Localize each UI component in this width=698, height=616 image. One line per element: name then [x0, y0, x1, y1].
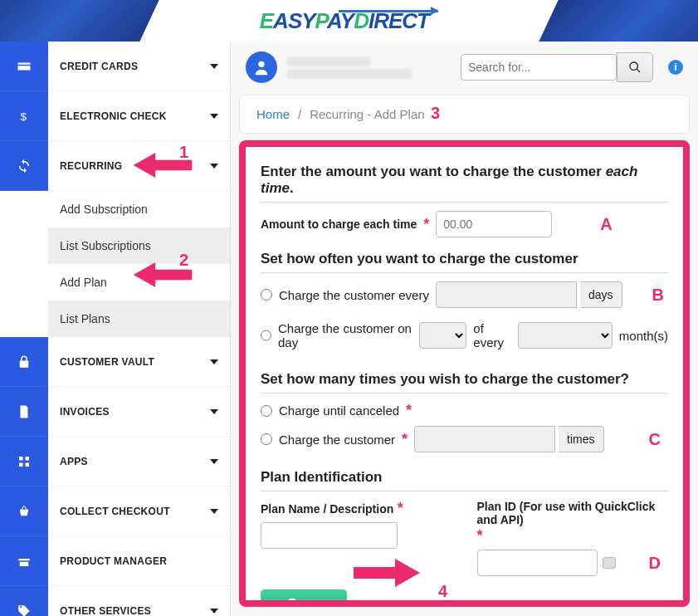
- credit-card-icon[interactable]: [0, 42, 48, 91]
- sidebar-sub-list-plans[interactable]: List Plans: [48, 301, 230, 337]
- topbar: i: [231, 42, 698, 90]
- chevron-down-icon: [210, 509, 218, 514]
- section1-title: Enter the amount you want to charge the …: [261, 164, 668, 197]
- svg-rect-0: [18, 62, 31, 64]
- section3-title: Set how many times you wish to charge th…: [261, 371, 668, 388]
- username-area: [287, 54, 451, 81]
- form-card: Enter the amount you want to charge the …: [239, 140, 690, 607]
- logo: EASYPAYDIRECT: [260, 8, 438, 34]
- chevron-down-icon: [210, 459, 218, 464]
- chevron-down-icon: [210, 409, 218, 414]
- dollar-icon[interactable]: $: [0, 91, 48, 141]
- recurring-icon[interactable]: [0, 141, 48, 191]
- banner-deco-right: [539, 0, 698, 42]
- freq-every-radio[interactable]: [261, 289, 272, 301]
- sidebar-item-recurring[interactable]: RECURRING: [48, 141, 230, 191]
- amount-input[interactable]: [436, 211, 552, 237]
- count-times-input[interactable]: [414, 426, 555, 452]
- basket-icon[interactable]: [0, 486, 48, 536]
- sidebar-item-credit-cards[interactable]: CREDIT CARDS: [48, 42, 230, 91]
- sidebar-sub-list-subscriptions[interactable]: List Subscriptions: [48, 227, 230, 264]
- svg-rect-5: [19, 462, 23, 467]
- freq-day-radio[interactable]: [261, 330, 271, 341]
- svg-point-7: [258, 61, 264, 67]
- logo-arrow-icon: [339, 10, 438, 12]
- product-icon[interactable]: [0, 536, 48, 586]
- days-suffix: days: [580, 281, 622, 308]
- required-icon: *: [477, 527, 483, 544]
- chevron-down-icon: [210, 609, 218, 614]
- chevron-down-icon: [210, 114, 218, 119]
- icon-rail: $: [0, 42, 48, 616]
- breadcrumb-sep: /: [298, 107, 301, 121]
- required-icon: *: [398, 500, 403, 516]
- annotation-c: C: [649, 430, 661, 449]
- plan-name-input[interactable]: [261, 522, 398, 549]
- search-input[interactable]: [461, 54, 617, 81]
- svg-rect-3: [19, 457, 23, 461]
- plan-id-input[interactable]: [477, 550, 598, 576]
- annotation-4: 4: [438, 582, 447, 601]
- save-button[interactable]: Save: [261, 589, 347, 607]
- count-times-radio[interactable]: [261, 433, 272, 445]
- svg-rect-1: [18, 66, 31, 70]
- breadcrumb-current: Recurring - Add Plan: [310, 107, 424, 121]
- invoice-icon[interactable]: [0, 387, 48, 437]
- breadcrumb: Home / Recurring - Add Plan 3: [239, 95, 690, 134]
- times-suffix: times: [559, 426, 603, 452]
- section4-title: Plan Identification: [261, 469, 668, 486]
- svg-rect-4: [26, 457, 30, 461]
- plan-id-label: Plan ID (For use with QuickClick and API…: [477, 500, 669, 526]
- freq-day-label-a: Charge the customer on day: [278, 321, 412, 350]
- freq-day-label-b: of every: [473, 321, 511, 350]
- svg-text:$: $: [21, 110, 27, 122]
- section2-title: Set how often you want to charge the cus…: [261, 251, 668, 267]
- sidebar-item-invoices[interactable]: INVOICES: [48, 387, 230, 437]
- plan-name-label: Plan Name / Description: [261, 502, 393, 516]
- required-icon: *: [423, 216, 429, 233]
- sidebar-item-electronic-check[interactable]: ELECTRONIC CHECK: [48, 91, 230, 141]
- apps-icon[interactable]: [0, 437, 48, 486]
- svg-rect-6: [26, 462, 30, 467]
- sidebar-item-apps[interactable]: APPS: [48, 437, 230, 486]
- freq-every-label: Charge the customer every: [279, 288, 429, 302]
- lock-icon[interactable]: [0, 337, 48, 387]
- breadcrumb-home-link[interactable]: Home: [256, 107, 290, 121]
- count-cancel-label: Charge until canceled: [279, 403, 399, 418]
- search-icon: [628, 61, 642, 74]
- annotation-a: A: [600, 215, 612, 234]
- count-times-label: Charge the customer: [279, 433, 395, 447]
- info-icon[interactable]: i: [668, 60, 683, 75]
- amount-label: Amount to charge each time: [261, 218, 417, 231]
- sidebar-item-other-services[interactable]: OTHER SERVICES: [48, 586, 230, 616]
- freq-day-select[interactable]: [419, 322, 466, 349]
- rail-spacer: [0, 191, 48, 337]
- tag-icon[interactable]: [0, 586, 48, 616]
- top-banner: EASYPAYDIRECT: [0, 0, 698, 42]
- banner-deco-left: [0, 0, 159, 42]
- avatar[interactable]: [246, 51, 277, 83]
- annotation-b: B: [652, 286, 664, 305]
- required-icon: *: [406, 402, 412, 419]
- sidebar: CREDIT CARDS ELECTRONIC CHECK RECURRING …: [48, 42, 231, 616]
- annotation-d: D: [649, 554, 661, 573]
- annotation-3: 3: [431, 104, 440, 123]
- sidebar-item-collect-checkout[interactable]: COLLECT CHECKOUT: [48, 486, 230, 536]
- keyboard-icon: [603, 557, 616, 569]
- search-button[interactable]: [617, 52, 653, 82]
- sidebar-sub-add-subscription[interactable]: Add Subscription: [48, 191, 230, 227]
- chevron-down-icon: [210, 359, 218, 364]
- freq-every-input[interactable]: [436, 281, 577, 308]
- required-icon: *: [402, 431, 408, 448]
- sidebar-item-customer-vault[interactable]: CUSTOMER VAULT: [48, 337, 230, 387]
- chevron-down-icon: [210, 164, 218, 169]
- count-cancel-radio[interactable]: [261, 405, 272, 417]
- chevron-down-icon: [210, 64, 218, 69]
- sidebar-item-product-manager[interactable]: PRODUCT MANAGER: [48, 536, 230, 586]
- months-suffix: month(s): [619, 329, 668, 343]
- sidebar-sub-add-plan[interactable]: Add Plan: [48, 264, 230, 301]
- freq-month-select[interactable]: [518, 322, 613, 349]
